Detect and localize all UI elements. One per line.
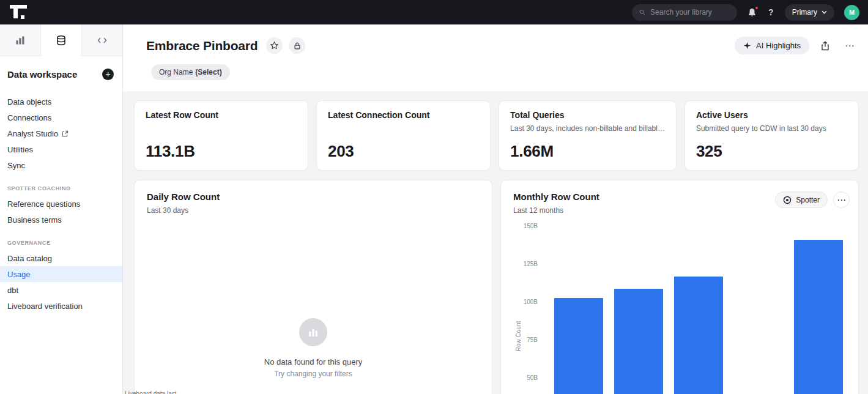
monthly-chart-plot: Row Count 150B125B100B75B50B — [513, 226, 846, 394]
kpi-subtitle: Last 30 days, includes non-billable and … — [510, 124, 665, 133]
kpi-value: 325 — [696, 142, 847, 161]
sharing-button[interactable] — [289, 37, 305, 54]
logo-icon — [10, 5, 27, 20]
kpi-card-latest-connection-count[interactable]: Latest Connection Count203 — [316, 100, 491, 171]
monthly-card-title: Monthly Row Count — [513, 191, 599, 202]
sidebar-section-spotter-coaching: SPOTTER COACHING — [7, 185, 115, 191]
sidebar-item-connections[interactable]: Connections — [0, 110, 122, 125]
topbar: ? Primary M — [0, 0, 868, 24]
tab-insights[interactable] — [0, 24, 41, 56]
footnote: Liveboard data last — [125, 390, 177, 394]
sidebar-item-label: Business terms — [7, 215, 62, 225]
org-switcher[interactable]: Primary — [785, 4, 834, 21]
kpi-subtitle: Submitted query to CDW in last 30 days — [696, 124, 847, 133]
sidebar-item-label: Data catalog — [7, 254, 52, 263]
ai-highlights-button[interactable]: AI Highlights — [735, 37, 809, 54]
sidebar-item-dbt[interactable]: dbt — [0, 282, 122, 298]
share-icon — [820, 41, 830, 51]
sidebar-item-reference-questions[interactable]: Reference questions — [0, 196, 122, 212]
monthly-more-button[interactable] — [833, 191, 850, 208]
chevron-down-icon — [822, 10, 827, 14]
sidebar-item-label: Reference questions — [7, 199, 80, 209]
sidebar-section-governance: GOVERNANCE — [7, 240, 115, 246]
share-button[interactable] — [817, 37, 834, 54]
kpi-title: Latest Row Count — [146, 110, 297, 120]
dashboard-content: Latest Row Count113.1BLatest Connection … — [123, 91, 868, 394]
kpi-title: Total Queries — [510, 110, 665, 120]
chart-bar-1[interactable] — [554, 298, 603, 394]
ai-highlights-label: AI Highlights — [756, 41, 801, 50]
bar-chart-icon — [15, 35, 26, 46]
chart-bar-2[interactable] — [614, 289, 663, 394]
library-search[interactable] — [632, 4, 737, 21]
y-tick-150b: 150B — [513, 223, 538, 230]
notification-dot — [754, 6, 759, 10]
workspace-title: Data workspace — [7, 69, 77, 80]
charts-row: Daily Row Count Last 30 days No data fou… — [134, 180, 859, 394]
daily-card-header: Daily Row Count Last 30 days — [135, 180, 492, 215]
sidebar-item-data-objects[interactable]: Data objects — [0, 94, 122, 110]
thoughtspot-logo[interactable] — [10, 5, 27, 20]
database-icon — [56, 35, 67, 46]
org-name-filter-chip[interactable]: Org Name (Select) — [151, 64, 230, 80]
sidebar-item-business-terms[interactable]: Business terms — [0, 212, 122, 228]
sidebar-item-utilities[interactable]: Utilities — [0, 141, 122, 157]
lock-icon — [293, 42, 302, 50]
ellipsis-icon — [845, 40, 855, 51]
title-row: Embrace Pinboard AI Highlights — [146, 37, 858, 54]
org-switcher-label: Primary — [792, 8, 817, 17]
y-tick-125b: 125B — [513, 261, 538, 268]
page-header: Embrace Pinboard AI Highlights — [123, 24, 868, 91]
spotter-button[interactable]: Spotter — [775, 191, 828, 208]
sidebar-item-usage[interactable]: Usage — [0, 266, 122, 282]
tab-data-workspace[interactable] — [41, 24, 82, 56]
tab-developer[interactable] — [82, 24, 122, 56]
sidebar-item-label: Data objects — [7, 97, 51, 106]
chart-bar-3[interactable] — [674, 277, 723, 394]
user-avatar[interactable]: M — [844, 5, 859, 20]
sidebar-item-data-catalog[interactable]: Data catalog — [0, 250, 122, 266]
y-tick-75b: 75B — [513, 336, 538, 344]
sidebar-item-label: Utilities — [7, 145, 33, 154]
monthly-card-subtitle: Last 12 months — [513, 206, 599, 215]
sidebar-nav: Data objectsConnectionsAnalyst StudioUti… — [0, 94, 122, 314]
sidebar-tabs — [0, 24, 122, 56]
more-button[interactable] — [841, 37, 858, 54]
empty-state-title: No data found for this query — [264, 357, 362, 366]
kpi-title: Latest Connection Count — [328, 110, 479, 120]
main-area: Embrace Pinboard AI Highlights — [123, 24, 868, 394]
search-input[interactable] — [650, 8, 730, 17]
empty-state-subtitle: Try changing your filters — [274, 370, 352, 378]
chip-label: Org Name — [159, 68, 193, 76]
help-button[interactable]: ? — [767, 7, 775, 17]
sidebar-item-sync[interactable]: Sync — [0, 157, 122, 173]
kpi-card-latest-row-count[interactable]: Latest Row Count113.1B — [134, 100, 308, 171]
sidebar-item-label: dbt — [7, 286, 18, 295]
daily-row-count-card: Daily Row Count Last 30 days No data fou… — [134, 180, 492, 394]
code-icon — [97, 35, 108, 46]
kpi-card-active-users[interactable]: Active UsersSubmitted query to CDW in la… — [684, 100, 859, 171]
kpi-card-total-queries[interactable]: Total QueriesLast 30 days, includes non-… — [499, 100, 677, 171]
app-shell: Data workspace Data objectsConnectionsAn… — [0, 24, 868, 394]
sidebar-item-analyst-studio[interactable]: Analyst Studio — [0, 125, 122, 141]
y-tick-100b: 100B — [513, 299, 538, 306]
add-button[interactable] — [102, 69, 114, 80]
external-link-icon — [62, 130, 69, 137]
monthly-card-header: Monthly Row Count Last 12 months Spotter — [501, 180, 858, 215]
sparkle-icon — [743, 42, 751, 50]
sidebar-item-liveboard-verification[interactable]: Liveboard verification — [0, 298, 122, 314]
kpi-value: 203 — [328, 142, 479, 161]
notifications-button[interactable] — [747, 7, 757, 18]
sidebar: Data workspace Data objectsConnectionsAn… — [0, 24, 123, 394]
sidebar-item-label: Usage — [7, 270, 31, 279]
chart-bar-5[interactable] — [794, 240, 843, 394]
y-tick-50b: 50B — [513, 374, 538, 382]
spotter-icon — [783, 196, 792, 204]
monthly-card-actions: Spotter — [775, 191, 850, 208]
empty-state: No data found for this query Try changin… — [135, 318, 492, 378]
favorite-button[interactable] — [266, 37, 283, 54]
chip-value: (Select) — [195, 68, 221, 76]
kpi-value: 113.1B — [146, 142, 297, 161]
kpi-title: Active Users — [696, 110, 847, 120]
sidebar-item-label: Liveboard verification — [7, 302, 83, 311]
